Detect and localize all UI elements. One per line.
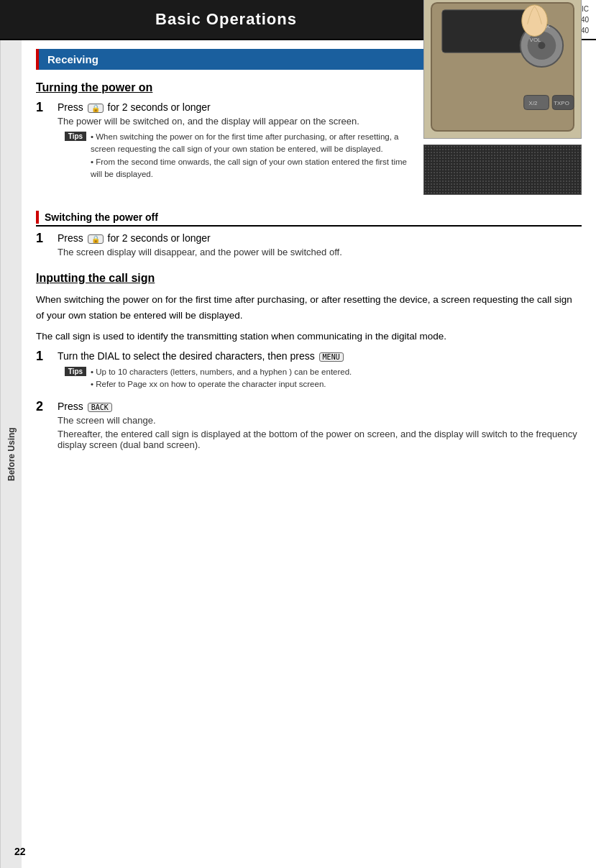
- step1-action-text: Press: [58, 101, 86, 113]
- step1-content: Press 🔒 for 2 seconds or longer The powe…: [58, 101, 409, 185]
- switching-off-step1: 1 Press 🔒 for 2 seconds or longer The sc…: [36, 232, 582, 260]
- turning-on-step1: 1 Press 🔒 for 2 seconds or longer The po…: [36, 101, 409, 185]
- page-title: Basic Operations: [155, 10, 297, 29]
- svg-text:X/2: X/2: [529, 100, 538, 106]
- cs-step2-action: Press: [58, 401, 86, 412]
- cs-step-number-1: 1: [36, 349, 58, 364]
- cs-step2-title: Press BACK: [58, 401, 582, 412]
- step1-suffix-text: for 2 seconds or longer: [105, 101, 211, 113]
- switching-off-heading: Switching the power off: [36, 211, 582, 227]
- step1b-detail: The screen display will disappear, and t…: [58, 247, 582, 257]
- lock-button-icon-2: 🔒: [88, 234, 104, 244]
- heading-bar: [36, 211, 39, 224]
- call-sign-tips: Tips Up to 10 characters (letters, numbe…: [65, 366, 582, 391]
- receiving-heading: Receiving: [47, 53, 98, 65]
- call-sign-step1: 1 Turn the DIAL to select the desired ch…: [36, 350, 582, 396]
- tips-content: When switching the power on for the firs…: [91, 131, 409, 181]
- header-title-block: Basic Operations: [0, 0, 452, 39]
- cs-tip-item-2: Refer to Page xx on how to operate the c…: [91, 378, 352, 390]
- svg-text:TXPO: TXPO: [554, 100, 569, 106]
- call-sign-intro1: When switching the power on for the firs…: [36, 292, 582, 323]
- step-number-1b: 1: [36, 231, 58, 246]
- device-photo: LOCK VOL X/2 TXPO: [423, 0, 582, 139]
- tips-list: When switching the power on for the firs…: [91, 131, 409, 181]
- back-button-icon: BACK: [88, 403, 112, 412]
- cs-tip-item-1: Up to 10 characters (letters, numbers, a…: [91, 366, 352, 378]
- cs-step2-detail1: The screen will change.: [58, 415, 582, 426]
- tip-item-1: When switching the power on for the firs…: [91, 131, 409, 156]
- step1b-title: Press 🔒 for 2 seconds or longer: [58, 232, 582, 244]
- svg-rect-2: [442, 10, 528, 52]
- cs-step2-content: Press BACK The screen will change. There…: [58, 401, 582, 453]
- turning-on-section: LOCK VOL X/2 TXPO: [36, 81, 582, 202]
- page-number: 22: [14, 846, 26, 857]
- call-sign-intro2: The call sign is used to identify the tr…: [36, 329, 582, 344]
- page-wrapper: Before Using Receiving: [0, 40, 596, 868]
- sidebar: Before Using: [0, 40, 22, 868]
- step1-detail: The power will be switched on, and the d…: [58, 116, 409, 127]
- cs-step-number-2: 2: [36, 399, 58, 414]
- cs-step1-action: Turn the DIAL to select the desired char…: [58, 350, 318, 362]
- main-content: Receiving: [22, 40, 596, 868]
- cs-tips-content: Up to 10 characters (letters, numbers, a…: [91, 366, 352, 391]
- turning-on-tips: Tips When switching the power on for the…: [65, 131, 409, 181]
- cs-tips-list: Up to 10 characters (letters, numbers, a…: [91, 366, 352, 391]
- cs-step1-title: Turn the DIAL to select the desired char…: [58, 350, 582, 362]
- call-sign-step2: 2 Press BACK The screen will change. The…: [36, 401, 582, 453]
- screen-dots: [424, 145, 581, 194]
- step1b-content: Press 🔒 for 2 seconds or longer The scre…: [58, 232, 582, 260]
- step1b-suffix-text: for 2 seconds or longer: [105, 232, 211, 244]
- cs-step1-content: Turn the DIAL to select the desired char…: [58, 350, 582, 396]
- tips-label: Tips: [65, 132, 86, 141]
- svg-text:VOL: VOL: [530, 37, 541, 43]
- cs-tips-label: Tips: [65, 367, 86, 376]
- device-image-area: LOCK VOL X/2 TXPO: [423, 0, 582, 195]
- call-sign-heading: Inputting the call sign: [36, 272, 582, 285]
- tip-item-2: From the second time onwards, the call s…: [91, 156, 409, 181]
- step1-title: Press 🔒 for 2 seconds or longer: [58, 101, 409, 113]
- screen-display: [423, 145, 582, 195]
- menu-button-icon: MENU: [319, 352, 344, 362]
- step1b-action-text: Press: [58, 232, 86, 244]
- lock-button-icon: 🔒: [88, 104, 104, 113]
- step-number-1: 1: [36, 100, 58, 115]
- sidebar-label: Before Using: [6, 427, 17, 481]
- cs-step2-detail2: Thereafter, the entered call sign is dis…: [58, 429, 582, 450]
